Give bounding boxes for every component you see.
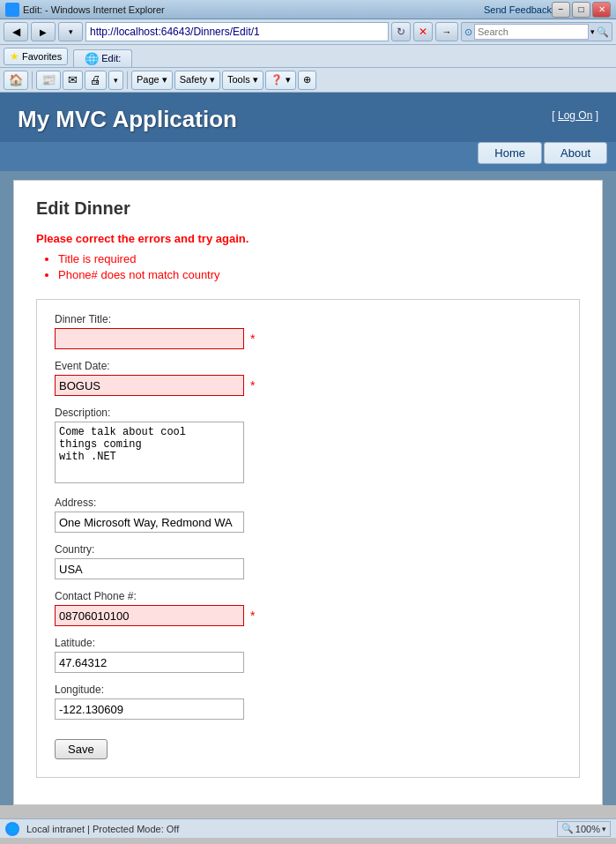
ie-icon [5, 3, 19, 17]
error-summary: Please correct the errors and try again.… [36, 232, 580, 281]
help-button[interactable]: ❓ ▾ [265, 71, 296, 90]
about-nav-button[interactable]: About [544, 142, 607, 164]
favorites-button[interactable]: ★ Favorites [4, 48, 68, 65]
ie-tab-icon: 🌐 [85, 52, 99, 65]
country-group: Country: [55, 543, 561, 579]
edit-dinner-form: Dinner Title: * Event Date: * Descriptio… [36, 299, 580, 778]
event-date-input[interactable] [55, 375, 244, 396]
forward-button[interactable]: ▶ [31, 22, 56, 41]
close-button[interactable]: ✕ [592, 2, 611, 18]
app-header: My MVC Application [ Log On ] [0, 93, 616, 142]
window-controls: − □ ✕ [552, 2, 611, 18]
back-button[interactable]: ◀ [4, 22, 28, 41]
save-button[interactable]: Save [55, 739, 108, 759]
longitude-input[interactable] [55, 698, 244, 720]
title-bar: Edit: - Windows Internet Explorer Send F… [0, 0, 616, 19]
dinner-title-input[interactable] [55, 328, 244, 349]
address-input[interactable] [85, 22, 389, 41]
address-input[interactable] [55, 512, 244, 533]
favorites-bar: ★ Favorites 🌐 Edit: [0, 45, 616, 68]
page-button[interactable]: Page ▾ [131, 71, 173, 90]
favorites-label: Favorites [22, 51, 62, 62]
event-date-label: Event Date: [55, 360, 561, 372]
safety-button[interactable]: Safety ▾ [174, 71, 220, 90]
event-date-group: Event Date: * [55, 360, 561, 396]
minimize-button[interactable]: − [552, 2, 570, 18]
ie-toolbar: 🏠 📰 ✉ 🖨 ▾ Page ▾ Safety ▾ Tools ▾ ❓ ▾ ⊕ [0, 68, 616, 93]
country-input[interactable] [55, 558, 244, 579]
app-title: My MVC Application [18, 106, 237, 133]
tools-button[interactable]: Tools ▾ [222, 71, 263, 90]
home-nav-button[interactable]: Home [478, 142, 542, 164]
recent-pages-button[interactable]: ▾ [58, 22, 83, 41]
contact-phone-input-row: * [55, 605, 561, 626]
zoom-icon: 🔍 [561, 823, 574, 834]
latitude-input[interactable] [55, 652, 244, 673]
description-label: Description: [55, 407, 561, 419]
error-list: Title is required Phone# does not match … [58, 252, 580, 281]
search-input[interactable] [474, 24, 589, 40]
latitude-group: Latitude: [55, 637, 561, 673]
bracket-close: ] [592, 109, 598, 122]
toolbar-separator-1 [32, 71, 33, 89]
read-mail-button[interactable]: ✉ [63, 71, 83, 90]
status-bar: 🌐 Local intranet | Protected Mode: Off 🔍… [0, 818, 616, 838]
country-label: Country: [55, 543, 561, 556]
browser-content: My MVC Application [ Log On ] Home About… [0, 93, 616, 805]
login-area: [ Log On ] [552, 106, 598, 122]
home-toolbar-button[interactable]: 🏠 [4, 71, 28, 90]
event-date-input-row: * [55, 375, 561, 396]
contact-phone-required-star: * [250, 609, 255, 623]
navigation-bar: Home About [0, 142, 616, 171]
go-button[interactable]: → [435, 22, 458, 41]
address-bar: ◀ ▶ ▾ ↻ ✕ → ⊙ ▾ 🔍 [0, 19, 616, 45]
window-title: Edit: - Windows Internet Explorer [23, 4, 484, 15]
dinner-title-input-row: * [55, 328, 561, 349]
tab-label: Edit: [101, 53, 121, 63]
longitude-group: Longitude: [55, 683, 561, 720]
search-go-icon[interactable]: 🔍 [597, 26, 609, 38]
refresh-button[interactable]: ↻ [391, 22, 411, 41]
description-group: Description: Come talk about cool things… [55, 407, 561, 486]
login-link[interactable]: Log On [558, 109, 592, 122]
print-button[interactable]: 🖨 [85, 71, 107, 90]
contact-phone-label: Contact Phone #: [55, 590, 561, 602]
bracket-open: [ [552, 109, 558, 122]
live-search-icon: ⊙ [464, 26, 472, 38]
search-dropdown-icon[interactable]: ▾ [590, 27, 595, 36]
error-item-title: Title is required [58, 252, 580, 265]
address-label: Address: [55, 497, 561, 509]
contact-phone-input[interactable] [55, 605, 244, 626]
error-item-phone: Phone# does not match country [58, 268, 580, 281]
zoom-label: 100% [575, 824, 600, 834]
zoom-control[interactable]: 🔍 100% ▾ [557, 821, 611, 837]
zone-text: Local intranet | Protected Mode: Off [26, 824, 179, 834]
longitude-label: Longitude: [55, 683, 561, 696]
address-group: Address: [55, 497, 561, 533]
dinner-title-group: Dinner Title: * [55, 313, 561, 349]
description-textarea[interactable]: Come talk about cool things coming with … [55, 422, 244, 483]
maximize-button[interactable]: □ [572, 2, 590, 18]
feeds-button[interactable]: 📰 [36, 71, 61, 90]
star-icon: ★ [10, 50, 19, 63]
toolbar-separator-2 [127, 71, 128, 89]
dinner-title-required-star: * [250, 332, 255, 346]
browser-tab[interactable]: 🌐 Edit: [73, 49, 132, 67]
event-date-required-star: * [250, 378, 255, 392]
print-dropdown-button[interactable]: ▾ [108, 71, 123, 90]
search-bar: ⊙ ▾ 🔍 [461, 22, 612, 41]
stop-button[interactable]: ✕ [413, 22, 433, 41]
tab-bar: 🌐 Edit: [73, 46, 612, 67]
zoom-dropdown-icon: ▾ [602, 825, 606, 833]
error-summary-message: Please correct the errors and try again. [36, 232, 580, 245]
latitude-label: Latitude: [55, 637, 561, 649]
status-right: 🔍 100% ▾ [557, 821, 611, 837]
send-feedback-button[interactable]: Send Feedback [484, 4, 552, 15]
page-title: Edit Dinner [36, 198, 580, 219]
dinner-title-label: Dinner Title: [55, 313, 561, 325]
protected-mode-icon: 🌐 [5, 822, 19, 836]
content-box: Edit Dinner Please correct the errors an… [13, 180, 603, 805]
contact-phone-group: Contact Phone #: * [55, 590, 561, 626]
toolbar-extra-button[interactable]: ⊕ [298, 71, 316, 90]
